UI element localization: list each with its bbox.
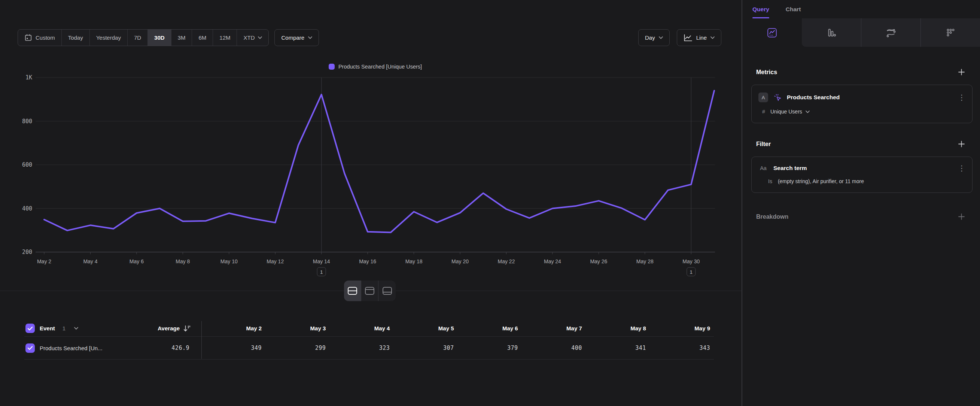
table-header-row: Event 1 Average May 2May 3May 4May 5May … bbox=[24, 320, 714, 336]
event-header-label: Event bbox=[40, 325, 55, 331]
date-column-header[interactable]: May 3 bbox=[266, 325, 329, 331]
date-column-header[interactable]: May 4 bbox=[329, 325, 393, 331]
filter-card[interactable]: Aa Search term ⋮ Is (empty string), Air … bbox=[751, 156, 972, 193]
date-column-header[interactable]: May 6 bbox=[458, 325, 522, 331]
event-sparkle-icon bbox=[773, 93, 782, 102]
row-checkbox[interactable] bbox=[25, 344, 35, 353]
x-axis-label: May 26 bbox=[590, 258, 607, 264]
report-tab-insights[interactable] bbox=[742, 18, 802, 47]
breakdown-table: Event 1 Average May 2May 3May 4May 5May … bbox=[24, 320, 714, 360]
x-axis-label: May 6 bbox=[129, 258, 144, 264]
aggregation-dropdown[interactable]: Unique Users bbox=[770, 108, 802, 115]
x-axis-label: May 18 bbox=[406, 258, 423, 264]
x-axis-label: May 20 bbox=[452, 258, 469, 264]
filter-value[interactable]: (empty string), Air purifier, or 11 more bbox=[778, 178, 864, 184]
x-axis-label: May 4 bbox=[83, 258, 97, 264]
tab-query[interactable]: Query bbox=[752, 6, 769, 18]
property-type-badge: Aa bbox=[758, 165, 768, 171]
tab-chart[interactable]: Chart bbox=[786, 6, 801, 18]
table-value-cell: 307 bbox=[393, 345, 457, 351]
date-column-header[interactable]: May 7 bbox=[522, 325, 586, 331]
insights-chart-icon bbox=[767, 28, 777, 38]
report-tab-retention[interactable] bbox=[921, 18, 980, 47]
x-axis-label: May 12 bbox=[267, 258, 284, 264]
kebab-menu-icon[interactable]: ⋮ bbox=[958, 94, 966, 101]
kebab-menu-icon[interactable]: ⋮ bbox=[958, 164, 966, 172]
add-metric-button[interactable] bbox=[958, 68, 965, 76]
average-header-label: Average bbox=[158, 325, 180, 331]
table-value-cell: 343 bbox=[650, 345, 714, 351]
query-panel: Query Chart bbox=[741, 0, 980, 406]
y-axis-label: 1K bbox=[25, 74, 32, 81]
y-axis-label: 400 bbox=[22, 205, 32, 212]
x-axis-label: May 10 bbox=[221, 258, 238, 264]
x-axis-label: May 16 bbox=[359, 258, 376, 264]
bar-chart-icon bbox=[827, 28, 837, 38]
view-toggle-table-only[interactable] bbox=[379, 280, 396, 301]
line-series bbox=[44, 91, 714, 232]
average-value: 426.9 bbox=[132, 345, 201, 351]
y-axis-label: 200 bbox=[22, 249, 32, 255]
aggregation-symbol: # bbox=[759, 108, 768, 115]
annotation-marker[interactable]: 1 bbox=[687, 78, 695, 276]
line-chart: 2004006008001K11May 2May 4May 6May 8May … bbox=[0, 0, 741, 285]
y-axis-label: 600 bbox=[22, 161, 32, 168]
x-axis-label: May 30 bbox=[682, 258, 700, 264]
x-axis-label: May 8 bbox=[175, 258, 190, 264]
date-column-header[interactable]: May 2 bbox=[201, 325, 266, 331]
filter-section-head: Filter bbox=[756, 140, 965, 148]
check-icon bbox=[27, 326, 33, 331]
table-value-cell: 341 bbox=[586, 345, 650, 351]
plus-icon bbox=[958, 68, 965, 76]
breakdown-heading: Breakdown bbox=[756, 213, 788, 220]
date-column-header[interactable]: May 8 bbox=[586, 325, 650, 331]
chevron-down-icon bbox=[74, 327, 78, 330]
metrics-section-head: Metrics bbox=[756, 68, 965, 76]
chart-only-view-icon bbox=[364, 287, 375, 295]
svg-text:1: 1 bbox=[320, 269, 323, 275]
date-column-header[interactable]: May 5 bbox=[393, 325, 457, 331]
x-axis-label: May 2 bbox=[37, 258, 51, 264]
table-value-cell: 349 bbox=[201, 345, 266, 351]
table-only-view-icon bbox=[382, 287, 392, 295]
table-value-cell: 400 bbox=[522, 345, 586, 351]
report-type-tabs bbox=[742, 18, 980, 47]
view-toggle-chart-only[interactable] bbox=[361, 280, 379, 301]
view-toggle bbox=[344, 280, 396, 301]
filter-property-name[interactable]: Search term bbox=[773, 165, 953, 172]
event-count: 1 bbox=[62, 325, 65, 331]
table-row: Products Searched [Un... 426.9 349299323… bbox=[24, 336, 714, 360]
y-axis-label: 800 bbox=[22, 118, 32, 125]
view-toggle-split[interactable] bbox=[344, 280, 361, 301]
panel-tabs: Query Chart bbox=[742, 0, 980, 18]
metric-card[interactable]: A Products Searched ⋮ # Unique Users bbox=[751, 84, 972, 123]
table-value-cell: 299 bbox=[266, 345, 329, 351]
average-column-header[interactable]: Average bbox=[132, 325, 201, 332]
add-filter-button[interactable] bbox=[958, 140, 965, 148]
x-axis-label: May 14 bbox=[313, 258, 330, 264]
event-column-header[interactable]: Event 1 bbox=[24, 323, 132, 333]
filter-heading: Filter bbox=[756, 141, 771, 148]
date-column-header[interactable]: May 9 bbox=[650, 325, 714, 331]
table-value-cell: 379 bbox=[458, 345, 522, 351]
select-all-checkbox[interactable] bbox=[25, 323, 35, 333]
x-axis-label: May 24 bbox=[544, 258, 561, 264]
report-tab-flows[interactable] bbox=[861, 18, 921, 47]
report-tab-funnels[interactable] bbox=[802, 18, 861, 47]
breakdown-section-head: Breakdown bbox=[756, 213, 965, 220]
event-row-cell[interactable]: Products Searched [Un... bbox=[24, 344, 132, 353]
metric-name[interactable]: Products Searched bbox=[787, 94, 953, 101]
chevron-down-icon bbox=[805, 110, 810, 113]
svg-text:1: 1 bbox=[690, 269, 693, 275]
split-view-icon bbox=[347, 287, 358, 295]
metrics-heading: Metrics bbox=[756, 69, 777, 76]
metric-letter-badge: A bbox=[758, 92, 768, 102]
flows-icon bbox=[886, 28, 896, 38]
plus-icon bbox=[958, 213, 965, 220]
event-name: Products Searched [Un... bbox=[40, 345, 103, 351]
retention-dots-icon bbox=[945, 28, 956, 38]
filter-operator[interactable]: Is bbox=[768, 178, 772, 184]
report-canvas: CustomTodayYesterday7D30D3M6M12MXTD Comp… bbox=[0, 0, 741, 406]
x-axis-label: May 22 bbox=[498, 258, 515, 264]
add-breakdown-button[interactable] bbox=[958, 213, 965, 220]
